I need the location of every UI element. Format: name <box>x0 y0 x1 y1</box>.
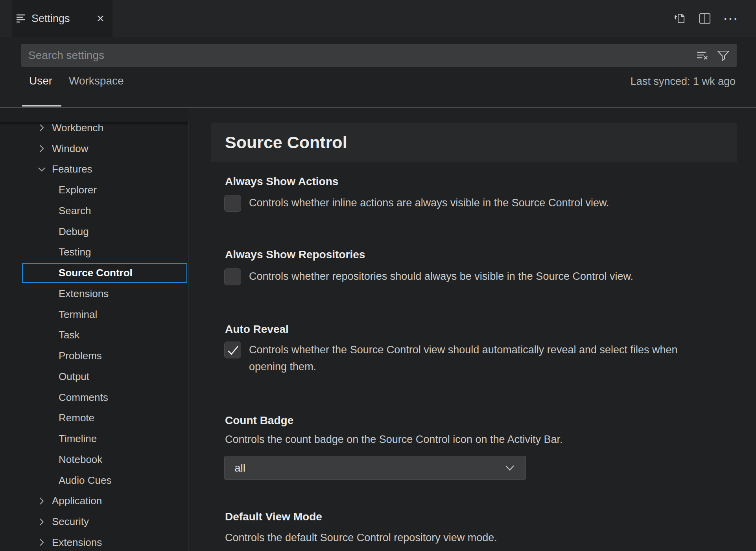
sidebar-item-label: Debug <box>59 226 89 238</box>
settings-search-bar <box>21 44 737 67</box>
setting-label-always-show-actions: Always Show Actions <box>225 175 338 188</box>
sidebar-item-search[interactable]: Search <box>0 200 188 221</box>
setting-description: Controls whether inline actions are alwa… <box>249 197 745 209</box>
chevron-down-icon[interactable] <box>37 165 46 174</box>
count-badge-select[interactable]: all <box>224 456 526 480</box>
setting-label-auto-reveal: Auto Reveal <box>225 323 289 336</box>
tab-workspace[interactable]: Workspace <box>69 75 124 87</box>
chevron-right-icon[interactable] <box>37 496 46 506</box>
tab-user[interactable]: User <box>29 75 52 87</box>
settings-list-icon <box>16 13 26 24</box>
filter-icon[interactable] <box>716 48 730 62</box>
sidebar-item-label: Window <box>52 143 88 155</box>
sidebar-item-explorer[interactable]: Explorer <box>0 180 188 200</box>
active-scope-underline <box>22 105 61 107</box>
sidebar-item-source-control[interactable]: Source Control <box>0 263 188 283</box>
check-icon <box>225 343 241 358</box>
sidebar-item-label: Features <box>52 163 92 175</box>
settings-tab[interactable]: Settings ✕ <box>12 0 112 37</box>
clear-search-icon[interactable] <box>696 48 710 62</box>
editor-actions: ⋯ <box>673 0 739 37</box>
close-icon[interactable]: ✕ <box>96 14 105 24</box>
sidebar-item-features[interactable]: Features <box>0 159 188 180</box>
sidebar-item-extensions-child[interactable]: Extensions <box>0 283 188 304</box>
sidebar-item-label: Extensions <box>52 536 102 549</box>
sidebar-item-label: Audio Cues <box>59 474 111 487</box>
sidebar-item-output[interactable]: Output <box>0 366 188 387</box>
sidebar-item-audio-cues[interactable]: Audio Cues <box>0 470 188 491</box>
tab-title: Settings <box>31 13 70 25</box>
editor-tab-bar: Settings ✕ ⋯ <box>0 0 756 37</box>
sidebar-item-timeline[interactable]: Timeline <box>0 428 188 449</box>
vscode-settings-window: Settings ✕ ⋯ <box>0 0 756 551</box>
select-chevron-icon <box>504 463 515 473</box>
setting-label-always-show-repositories: Always Show Repositories <box>225 248 365 261</box>
scroll-shadow <box>0 122 188 126</box>
sidebar-item-debug[interactable]: Debug <box>0 221 188 242</box>
sidebar-item-label: Security <box>52 516 89 528</box>
sidebar-item-task[interactable]: Task <box>0 325 188 346</box>
sidebar-item-label: Explorer <box>59 184 97 196</box>
sidebar-item-extensions-root[interactable]: Extensions <box>0 532 188 551</box>
last-synced-label: Last synced: 1 wk ago <box>631 75 736 88</box>
sidebar-item-label: Extensions <box>59 288 109 300</box>
sidebar-item-label: Notebook <box>59 454 102 466</box>
sidebar-item-notebook[interactable]: Notebook <box>0 449 188 470</box>
chevron-right-icon[interactable] <box>37 517 46 527</box>
sidebar-item-label: Application <box>52 495 102 507</box>
chevron-right-icon[interactable] <box>37 144 46 153</box>
sidebar-item-label: Task <box>59 329 79 341</box>
sidebar-item-label: Terminal <box>59 309 97 321</box>
setting-description: Controls the default Source Control repo… <box>225 531 736 544</box>
sidebar-item-label: Problems <box>59 350 102 362</box>
setting-description: Controls whether the Source Control view… <box>249 342 717 375</box>
sidebar-item-remote[interactable]: Remote <box>0 408 188 429</box>
sidebar-item-window[interactable]: Window <box>0 138 188 159</box>
sidebar-item-workbench[interactable]: Workbench <box>0 118 188 138</box>
open-settings-json-icon[interactable] <box>673 11 687 26</box>
sidebar-item-label: Output <box>59 371 89 383</box>
sidebar-item-label: Source Control <box>59 267 133 279</box>
search-input[interactable] <box>28 49 690 62</box>
sidebar-item-security[interactable]: Security <box>0 511 188 532</box>
chevron-right-icon[interactable] <box>37 538 46 547</box>
setting-label-default-view-mode: Default View Mode <box>225 511 322 523</box>
checkbox-always-show-actions[interactable] <box>224 195 241 212</box>
sidebar-item-label: Search <box>59 205 91 217</box>
sidebar-item-application[interactable]: Application <box>0 491 188 512</box>
sidebar-item-label: Testing <box>59 246 91 258</box>
setting-description: Controls the count badge on the Source C… <box>225 433 736 446</box>
select-value: all <box>234 456 245 479</box>
split-editor-icon[interactable] <box>698 11 712 26</box>
settings-content: Source Control Always Show Actions Contr… <box>188 108 756 551</box>
setting-label-count-badge: Count Badge <box>225 414 293 427</box>
checkbox-auto-reveal[interactable] <box>224 342 241 358</box>
sidebar-item-label: Remote <box>59 412 94 424</box>
sidebar-item-terminal[interactable]: Terminal <box>0 304 188 325</box>
settings-tree: Workbench Window Features Explorer Searc… <box>0 118 188 551</box>
sidebar-item-label: Comments <box>59 391 108 404</box>
page-title: Source Control <box>225 123 347 162</box>
more-actions-icon[interactable]: ⋯ <box>723 11 739 26</box>
setting-description: Controls whether repositories should alw… <box>249 270 745 283</box>
settings-scope-row: User Workspace Last synced: 1 wk ago <box>0 67 756 108</box>
checkbox-always-show-repositories[interactable] <box>224 268 241 285</box>
sidebar-item-comments[interactable]: Comments <box>0 387 188 408</box>
settings-toc-sidebar: Workbench Window Features Explorer Searc… <box>0 108 188 551</box>
sidebar-item-testing[interactable]: Testing <box>0 242 188 263</box>
sidebar-item-problems[interactable]: Problems <box>0 345 188 366</box>
section-header: Source Control <box>211 123 737 162</box>
sidebar-item-label: Timeline <box>59 433 97 445</box>
